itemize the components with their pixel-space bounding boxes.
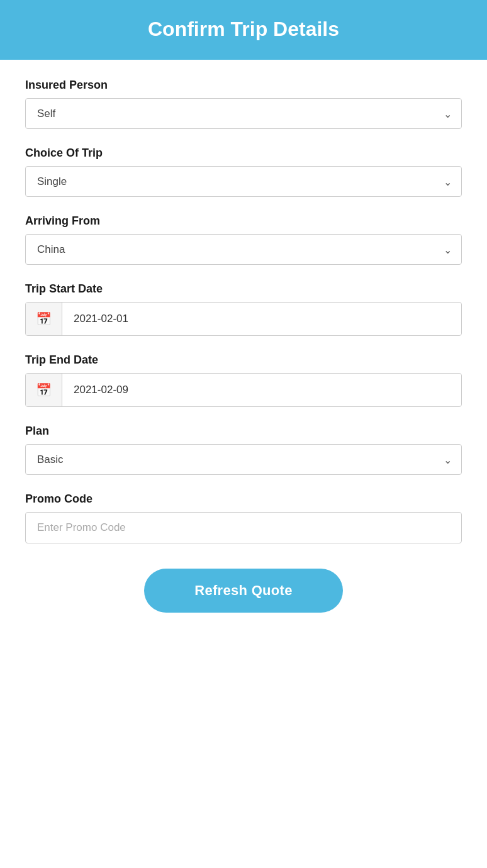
page-header: Confirm Trip Details: [0, 0, 487, 60]
form-body: Insured Person Self Spouse Family ⌄ Choi…: [0, 60, 487, 638]
trip-start-date-label: Trip Start Date: [25, 282, 462, 296]
trip-start-date-field: Trip Start Date 📅: [25, 282, 462, 336]
choice-of-trip-field: Choice Of Trip Single Multiple ⌄: [25, 147, 462, 197]
confirm-trip-card: Confirm Trip Details Insured Person Self…: [0, 0, 487, 868]
insured-person-field: Insured Person Self Spouse Family ⌄: [25, 79, 462, 129]
insured-person-label: Insured Person: [25, 79, 462, 92]
refresh-quote-wrapper: Refresh Quote: [25, 569, 462, 613]
trip-end-date-input[interactable]: [62, 375, 461, 405]
insured-person-select-wrapper: Self Spouse Family ⌄: [25, 98, 462, 129]
plan-select[interactable]: Basic Standard Premium: [25, 444, 462, 475]
calendar-icon-end[interactable]: 📅: [26, 374, 62, 406]
refresh-quote-button[interactable]: Refresh Quote: [144, 569, 342, 613]
calendar-icon: 📅: [36, 311, 52, 326]
trip-end-date-wrapper: 📅: [25, 373, 462, 407]
plan-label: Plan: [25, 425, 462, 438]
calendar-icon: 📅: [36, 382, 52, 398]
plan-select-wrapper: Basic Standard Premium ⌄: [25, 444, 462, 475]
trip-start-date-wrapper: 📅: [25, 302, 462, 336]
choice-of-trip-select[interactable]: Single Multiple: [25, 166, 462, 197]
arriving-from-field: Arriving From China USA UK India Austral…: [25, 214, 462, 265]
choice-of-trip-label: Choice Of Trip: [25, 147, 462, 160]
calendar-icon-start[interactable]: 📅: [26, 303, 62, 335]
arriving-from-select[interactable]: China USA UK India Australia: [25, 234, 462, 265]
promo-code-label: Promo Code: [25, 492, 462, 506]
arriving-from-label: Arriving From: [25, 214, 462, 228]
arriving-from-select-wrapper: China USA UK India Australia ⌄: [25, 234, 462, 265]
trip-end-date-field: Trip End Date 📅: [25, 353, 462, 407]
promo-code-field: Promo Code: [25, 492, 462, 543]
trip-end-date-label: Trip End Date: [25, 353, 462, 367]
promo-code-input[interactable]: [25, 512, 462, 543]
page-title: Confirm Trip Details: [13, 18, 474, 41]
insured-person-select[interactable]: Self Spouse Family: [25, 98, 462, 129]
trip-start-date-input[interactable]: [62, 304, 461, 334]
plan-field: Plan Basic Standard Premium ⌄: [25, 425, 462, 475]
choice-of-trip-select-wrapper: Single Multiple ⌄: [25, 166, 462, 197]
